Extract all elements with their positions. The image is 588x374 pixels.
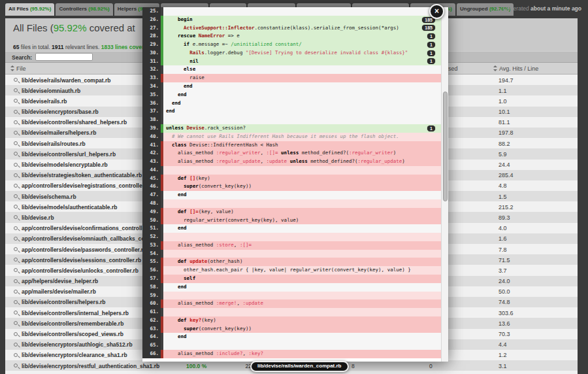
magnifier-icon — [14, 353, 18, 357]
line-number: 48. — [142, 199, 161, 208]
code-line: 36. end — [142, 99, 441, 108]
file-name: lib/devise/controllers/shared_helpers.rb — [22, 119, 127, 126]
avg-hits-value: 10.1 — [498, 109, 510, 115]
tab-label: All Files — [8, 6, 30, 12]
hits-badge: 185 — [422, 25, 435, 31]
line-number: 58. — [142, 283, 161, 292]
line-number: 65. — [142, 341, 161, 350]
code-text: def update(other_hash) — [166, 258, 441, 266]
line-number: 30. — [142, 49, 161, 58]
tab-controllers[interactable]: Controllers (98.92%) — [56, 3, 112, 16]
code-text: class Devise::IndifferentHash < Hash — [166, 141, 441, 150]
line-number: 49. — [142, 208, 161, 216]
coverage-strip — [161, 341, 163, 350]
percent-covered-value: 100.0 % — [186, 363, 206, 369]
sort-icon — [10, 65, 15, 71]
line-number: 53. — [142, 241, 161, 250]
coverage-strip — [161, 182, 163, 191]
code-text: unless Devise.rack_session? — [166, 124, 441, 133]
modal-close-button[interactable]: × — [429, 4, 444, 19]
tab-label: Helpers — [118, 6, 139, 12]
source-code-listing: 25.26. begin18527. ActiveSupport::Inflec… — [142, 7, 441, 358]
code-text: end — [166, 224, 441, 233]
line-number: 60. — [142, 299, 161, 308]
generated-label: Generated — [503, 5, 529, 12]
code-text: alias_method :regular_update, :update un… — [166, 158, 441, 166]
hits-badge: 1 — [427, 126, 435, 131]
avg-hits-value: 13.6 — [498, 320, 510, 327]
code-text: # We cannot use Rails Indifferent Hash b… — [166, 133, 441, 141]
modal-scrollbar-thumb[interactable] — [443, 92, 448, 201]
code-line: 31. nil1 — [142, 58, 441, 66]
code-line: 33. raise — [142, 74, 441, 82]
tab-all-files[interactable]: All Files (95.92%) — [5, 3, 54, 16]
code-text: def key?(key) — [166, 316, 441, 325]
modal-scrollbar[interactable] — [441, 7, 448, 362]
coverage-strip — [161, 16, 163, 24]
title-prefix: All Files ( — [13, 22, 54, 33]
code-line: 54. — [142, 250, 441, 258]
line-number: 32. — [142, 65, 161, 74]
code-line: 34. end — [142, 82, 441, 91]
coverage-strip — [161, 191, 163, 199]
code-text: Rails.logger.debug "[Devise] Trying to d… — [166, 49, 441, 58]
line-number: 26. — [142, 16, 161, 24]
column-header-avg-hits[interactable]: Avg. Hits / Line — [493, 65, 538, 72]
line-number: 55. — [142, 258, 161, 266]
coverage-strip — [161, 299, 163, 308]
avg-hits-value: 4.4 — [498, 341, 507, 348]
magnifier-icon — [14, 110, 18, 114]
file-name: lib/devise/controllers/scoped_views.rb — [22, 331, 123, 337]
file-name: app/controllers/devise/unlocks_controlle… — [22, 267, 139, 274]
coverage-strip — [161, 166, 163, 175]
avg-hits-value: 50.0 — [498, 288, 510, 295]
line-number: 51. — [142, 224, 161, 233]
magnifier-icon — [14, 311, 18, 314]
line-number: 42. — [142, 149, 161, 158]
column-header-file[interactable]: File — [10, 65, 26, 72]
lines-covered-value: 8 — [351, 363, 355, 369]
coverage-strip — [161, 233, 163, 241]
code-line: 39.unless Devise.rack_session?1 — [142, 124, 441, 133]
line-number: 35. — [142, 91, 161, 99]
code-line: 32. else — [142, 65, 441, 74]
coverage-strip — [161, 333, 163, 341]
magnifier-icon — [14, 205, 18, 209]
avg-hits-value: 1.0 — [498, 98, 507, 105]
coverage-strip — [161, 308, 163, 316]
magnifier-icon — [14, 343, 18, 347]
code-text: alias_method :store, :[]= — [166, 241, 441, 250]
line-number: 40. — [142, 133, 161, 141]
code-text: ActiveSupport::Inflector.constantize(kla… — [166, 24, 441, 33]
line-number: 66. — [142, 350, 161, 358]
code-text: end — [166, 191, 441, 199]
line-number: 36. — [142, 99, 161, 108]
coverage-strip — [161, 292, 163, 300]
magnifier-icon — [14, 226, 18, 230]
file-name: lib/devise/omniauth.rb — [22, 88, 80, 94]
relevant-count: 1911 — [52, 44, 63, 50]
magnifier-icon — [14, 237, 18, 241]
file-name: app/controllers/devise/registrations_con… — [22, 182, 151, 189]
magnifier-icon — [14, 194, 18, 198]
code-line: 26. begin185 — [142, 16, 441, 24]
coverage-strip — [161, 65, 163, 74]
search-input[interactable] — [35, 53, 93, 61]
tab-percentage: (95.92%) — [30, 6, 51, 12]
file-name: app/controllers/devise/confirmations_con… — [22, 225, 154, 231]
avg-hits-value: 89.3 — [498, 214, 510, 221]
file-name: app/controllers/devise/sessions_controll… — [22, 257, 141, 264]
coverage-strip — [161, 316, 163, 325]
simplecov-report: { "colors": { "accent_green": "#2e9b2e",… — [0, 0, 588, 374]
file-name: lib/devise/rails.rb — [22, 98, 67, 105]
coverage-strip — [161, 158, 163, 166]
generated-time: about a minute ago — [531, 5, 581, 12]
file-name: app/helpers/devise_helper.rb — [22, 278, 98, 284]
file-name: lib/devise/models/encryptable.rb — [22, 162, 108, 168]
avg-hits-value: 197.8 — [498, 129, 514, 136]
avg-hits-value: 7.8 — [498, 246, 507, 253]
close-icon: × — [434, 7, 439, 16]
coverage-strip — [161, 275, 163, 283]
code-text: self — [166, 275, 441, 283]
title-percentage: 95.92% — [54, 22, 87, 33]
